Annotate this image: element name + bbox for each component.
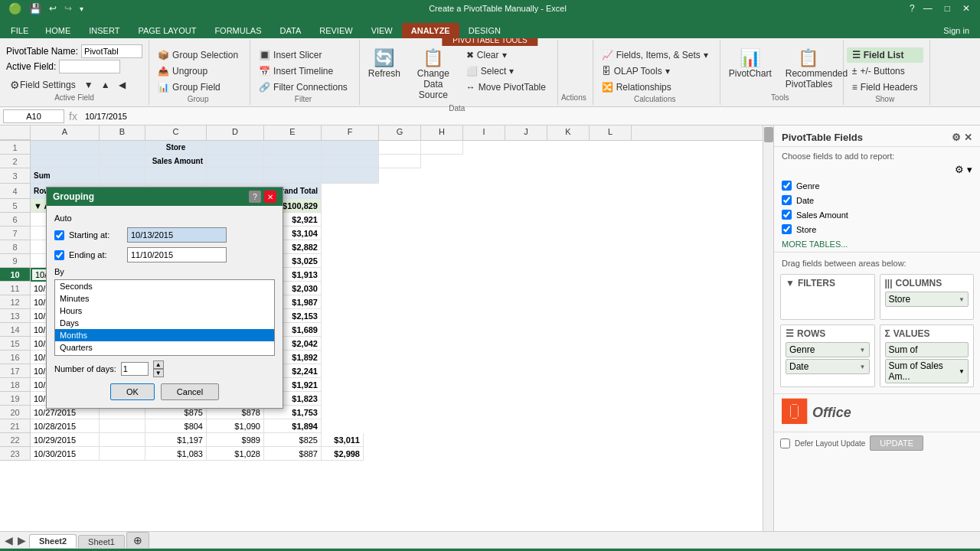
cell-d21[interactable]: $1,090 [207, 419, 264, 433]
by-item-quarters[interactable]: Quarters [55, 341, 274, 354]
filter-connections-button[interactable]: 🔗 Filter Connections [253, 80, 353, 95]
redo-icon[interactable]: ↪ [62, 3, 74, 14]
cell-b1[interactable] [100, 141, 145, 155]
field-settings-button[interactable]: ⚙ Field Settings [6, 77, 80, 93]
help-icon[interactable]: ? [910, 3, 915, 14]
num-days-input[interactable] [121, 362, 149, 376]
cell-c21[interactable]: $804 [145, 419, 207, 433]
move-pivottable-button[interactable]: ↔ Move PivotTable [461, 80, 551, 95]
maximize-button[interactable]: □ [941, 3, 954, 14]
scroll-left-tab[interactable]: ◀ [3, 533, 15, 548]
tab-home[interactable]: HOME [36, 23, 80, 38]
tab-review[interactable]: REVIEW [310, 23, 361, 38]
fields-items-sets-button[interactable]: 📈 Fields, Items, & Sets ▾ [596, 47, 714, 63]
group-selection-button[interactable]: 📦 Group Selection [152, 47, 243, 63]
name-box[interactable] [3, 109, 64, 123]
collapse-field-button[interactable]: ◀ [115, 77, 130, 93]
drill-up-button[interactable]: ▲ [98, 77, 113, 93]
field-headers-button[interactable]: ≡ Field Headers [847, 80, 923, 95]
cell-f1[interactable] [322, 141, 379, 155]
undo-icon[interactable]: ↩ [47, 3, 59, 14]
columns-area[interactable]: ||| COLUMNS Store ▼ [880, 274, 975, 320]
dialog-help-button[interactable]: ? [249, 191, 261, 203]
close-button[interactable]: ✕ [959, 3, 974, 14]
genre-checkbox[interactable] [782, 181, 792, 191]
formula-input[interactable] [82, 112, 977, 121]
cell-f22[interactable]: $3,011 [322, 433, 364, 447]
by-item-years[interactable]: Years [55, 354, 274, 356]
relationships-button[interactable]: 🔀 Relationships [596, 80, 714, 95]
cell-a23[interactable]: 10/30/2015 [31, 447, 100, 461]
select-button[interactable]: ⬜ Select ▾ [461, 64, 551, 79]
cell-e22[interactable]: $825 [264, 433, 322, 447]
ungroup-button[interactable]: 📤 Ungroup [152, 64, 243, 79]
cell-d3[interactable] [207, 168, 264, 184]
defer-checkbox[interactable] [780, 439, 790, 448]
by-item-minutes[interactable]: Minutes [55, 292, 274, 305]
drill-down-button[interactable]: ▼ [81, 77, 96, 93]
vertical-scrollbar[interactable] [763, 126, 773, 531]
values-area[interactable]: Σ VALUES Sum of Sum of Sales Am... ▼ [880, 324, 975, 387]
cell-a3[interactable]: Sum [31, 168, 100, 184]
settings-icon[interactable]: ⚙ [952, 132, 961, 143]
dialog-close-button[interactable]: ✕ [264, 191, 276, 203]
sheet2-tab[interactable]: Sheet2 [29, 534, 77, 548]
cell-a21[interactable]: 10/28/2015 [31, 419, 100, 433]
pivottable-name-input[interactable] [81, 44, 142, 58]
tab-analyze[interactable]: ANALYZE [402, 23, 459, 38]
cell-f2[interactable] [322, 155, 379, 168]
cell-e2[interactable] [264, 155, 322, 168]
cell-b3[interactable] [100, 168, 145, 184]
group-field-button[interactable]: 📊 Group Field [152, 80, 243, 95]
cell-h1[interactable] [421, 141, 463, 155]
cell-b22[interactable] [100, 433, 145, 447]
add-sheet-tab[interactable]: ⊕ [126, 532, 149, 548]
tab-page-layout[interactable]: PAGE LAYOUT [129, 23, 205, 38]
settings-gear-icon[interactable]: ⚙ ▾ [955, 164, 972, 175]
recommended-pivottables-button[interactable]: 📋 Recommended PivotTables [780, 44, 837, 93]
pivotchart-button[interactable]: 📊 PivotChart [724, 44, 777, 83]
genre-row-field[interactable]: Genre ▼ [786, 342, 870, 357]
minimize-button[interactable]: — [920, 3, 936, 14]
save-icon[interactable]: 💾 [27, 3, 44, 15]
cell-b21[interactable] [100, 419, 145, 433]
cell-f3[interactable] [322, 168, 379, 184]
starting-at-checkbox[interactable] [54, 230, 64, 240]
cell-e1[interactable] [264, 141, 322, 155]
tab-file[interactable]: FILE [3, 23, 36, 38]
cell-f23[interactable]: $2,998 [322, 447, 364, 461]
by-item-hours[interactable]: Hours [55, 305, 274, 317]
ok-button[interactable]: OK [110, 383, 155, 400]
cell-a1[interactable] [31, 141, 100, 155]
update-button[interactable]: UPDATE [870, 435, 923, 451]
cell-b23[interactable] [100, 447, 145, 461]
tab-insert[interactable]: INSERT [80, 23, 129, 38]
starting-at-input[interactable] [127, 227, 227, 243]
insert-slicer-button[interactable]: 🔳 Insert Slicer [253, 47, 353, 63]
field-list-button[interactable]: ☰ Field List [847, 47, 923, 63]
spin-down-button[interactable]: ▼ [153, 369, 164, 377]
cell-d1[interactable] [207, 141, 264, 155]
cell-e23[interactable]: $887 [264, 447, 322, 461]
cell-e3[interactable] [264, 168, 322, 184]
tab-formulas[interactable]: FORMULAS [205, 23, 270, 38]
by-list[interactable]: Seconds Minutes Hours Days Months Quarte… [54, 279, 275, 356]
spin-up-button[interactable]: ▲ [153, 360, 164, 369]
cell-e21[interactable]: $1,894 [264, 419, 322, 433]
scroll-right-tab[interactable]: ▶ [16, 533, 28, 548]
by-item-seconds[interactable]: Seconds [55, 280, 274, 292]
cell-d22[interactable]: $989 [207, 433, 264, 447]
field-genre[interactable]: Genre [774, 178, 980, 193]
cell-c22[interactable]: $1,197 [145, 433, 207, 447]
filters-area[interactable]: ▼ FILTERS [780, 274, 875, 320]
office-value-field[interactable]: Sum of Sales Am... ▼ [885, 359, 969, 383]
cell-d2[interactable] [207, 155, 264, 168]
tab-data[interactable]: DATA [271, 23, 311, 38]
ending-at-checkbox[interactable] [54, 250, 64, 260]
date-checkbox[interactable] [782, 195, 792, 205]
by-item-months[interactable]: Months [55, 329, 274, 341]
sales-amount-checkbox[interactable] [782, 210, 792, 220]
field-date[interactable]: Date [774, 193, 980, 207]
cell-g1[interactable] [379, 141, 421, 155]
insert-timeline-button[interactable]: 📅 Insert Timeline [253, 64, 353, 79]
